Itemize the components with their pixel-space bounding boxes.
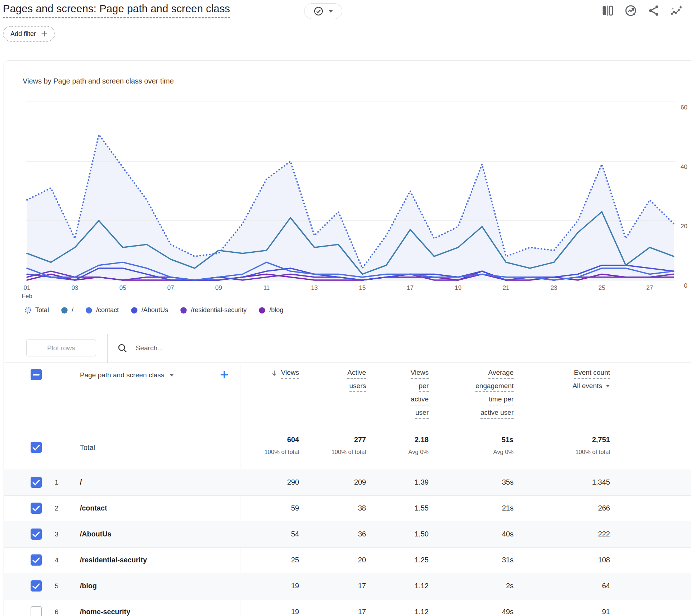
column-header-text[interactable]: engagement (475, 382, 514, 392)
report-actions (601, 4, 683, 17)
select-all-checkbox[interactable] (31, 369, 42, 380)
x-tick-label: 03 (64, 284, 86, 292)
y-tick-label: 0 (673, 282, 687, 289)
event-count-filter-label: All events (573, 382, 602, 390)
x-tick-label: 13 (304, 284, 325, 292)
x-tick-label: 09 (208, 284, 229, 292)
legend-swatch (180, 307, 187, 314)
x-tick-label: 11 (256, 284, 277, 292)
total-row-checkbox[interactable] (31, 442, 42, 453)
metric-value: 35s (442, 478, 514, 486)
page-path-cell: /home-security (80, 608, 130, 616)
insights-circle-icon[interactable] (624, 4, 637, 17)
add-filter-button[interactable]: Add filter (3, 26, 55, 42)
metric-value: 290 (227, 478, 299, 486)
row-rank: 6 (55, 608, 69, 616)
metric-value: 91 (538, 608, 610, 616)
x-tick-label: 25 (591, 284, 613, 292)
total-value: 51s (442, 436, 514, 444)
metric-value: 1,345 (538, 478, 610, 486)
x-tick-label: 21 (495, 284, 517, 292)
legend-label: Total (35, 306, 49, 314)
column-header-text[interactable]: time per (489, 395, 514, 405)
metric-value: 1.55 (357, 504, 429, 512)
legend-item[interactable]: /contact (85, 306, 119, 314)
metric-value: 222 (538, 530, 610, 538)
search-box (117, 340, 513, 356)
legend-swatch (258, 307, 266, 314)
legend-swatch-dotted (24, 307, 32, 314)
pages-and-screens-report: Pages and screens: Page path and screen … (0, 0, 691, 616)
legend-item[interactable]: / (61, 306, 73, 314)
total-value: 2.18 (357, 436, 429, 444)
dimension-header-label[interactable]: Page path and screen class (80, 371, 164, 379)
trend-sparkle-icon[interactable] (670, 4, 683, 17)
page-path-cell: /AboutUs (80, 530, 111, 538)
legend-label: /AboutUs (141, 306, 168, 314)
check-circle-icon (313, 6, 324, 16)
metric-value: 2s (442, 582, 514, 590)
metric-value: 1.12 (357, 582, 429, 590)
chart-canvas (26, 98, 676, 281)
total-subtext: 100% of total (531, 449, 610, 455)
row-separator (4, 495, 691, 496)
toolbar-divider (107, 334, 108, 363)
row-separator (4, 547, 691, 548)
row-checkbox[interactable] (31, 554, 42, 566)
share-icon[interactable] (647, 4, 660, 17)
legend-item[interactable]: /AboutUs (131, 306, 168, 314)
metric-value: 21s (442, 504, 514, 512)
search-input[interactable] (136, 344, 460, 352)
dimension-dropdown-icon[interactable] (170, 374, 173, 376)
chart-legend: Total//contact/AboutUs/residential-secur… (24, 306, 283, 314)
toolbar-bottom-border (4, 363, 691, 363)
row-checkbox[interactable] (31, 580, 42, 592)
row-separator (4, 599, 691, 599)
metric-value: 266 (538, 504, 610, 512)
plus-icon (40, 30, 48, 38)
column-header-text[interactable]: Event count (574, 369, 610, 379)
y-tick-label: 20 (673, 223, 687, 230)
legend-label: /blog (269, 306, 283, 314)
row-checkbox[interactable] (31, 477, 42, 488)
report-status-button[interactable] (304, 3, 342, 19)
metric-value: 49s (442, 608, 514, 616)
column-header-text[interactable]: active user (480, 409, 514, 419)
metric-value: 59 (227, 504, 299, 512)
metric-value: 108 (538, 556, 610, 564)
metric-value: 1.25 (357, 556, 429, 564)
legend-item[interactable]: /residential-security (180, 306, 247, 314)
line-chart (26, 98, 676, 281)
metric-value: 25 (227, 556, 299, 564)
metric-value: 64 (538, 582, 610, 590)
add-filter-label: Add filter (10, 30, 36, 38)
page-path-cell: / (80, 478, 82, 486)
x-tick-label: 01 Feb (16, 284, 38, 300)
metric-value: 1.39 (357, 478, 429, 486)
metric-value: 38 (294, 504, 366, 512)
metric-value: 17 (294, 582, 366, 590)
row-checkbox[interactable] (31, 503, 42, 514)
row-checkbox[interactable] (31, 529, 42, 540)
metric-value: 209 (294, 478, 366, 486)
column-header-text[interactable]: Average (488, 369, 514, 379)
event-count-filter[interactable]: All events (516, 382, 610, 390)
metric-value: 19 (227, 582, 299, 590)
x-tick-label: 17 (399, 284, 421, 292)
metric-value: 40s (442, 530, 514, 538)
metric-value: 17 (294, 608, 366, 616)
metric-value: 20 (294, 556, 366, 564)
x-tick-label: 27 (639, 284, 660, 292)
toolbar-divider-right (546, 334, 546, 363)
plot-rows-button[interactable]: Plot rows (26, 340, 96, 356)
legend-swatch (131, 307, 138, 314)
row-rank: 5 (55, 582, 69, 590)
legend-item[interactable]: /blog (258, 306, 283, 314)
y-tick-label: 60 (673, 104, 687, 111)
x-tick-label: 23 (543, 284, 565, 292)
metric-value: 19 (227, 608, 299, 616)
comparison-icon[interactable] (601, 4, 614, 17)
search-icon (117, 343, 128, 354)
legend-item[interactable]: Total (24, 306, 49, 314)
row-checkbox[interactable] (31, 606, 42, 616)
